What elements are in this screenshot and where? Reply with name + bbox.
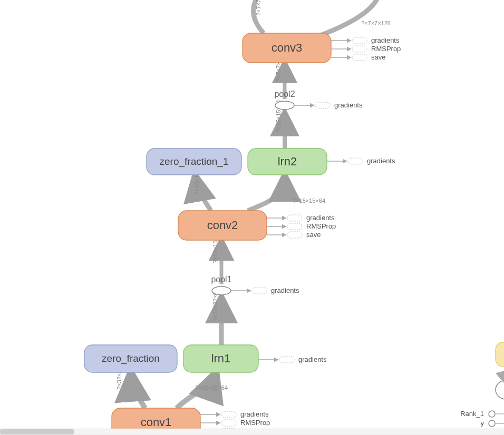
svg-rect-5 (352, 54, 367, 61)
node-pool1[interactable] (212, 286, 231, 295)
aux-y-dot[interactable] (489, 420, 495, 427)
conv1-side-gradients[interactable]: gradients (240, 410, 269, 418)
pool2-side-group: gradients (294, 101, 363, 109)
conv3-side-rmsprop[interactable]: RMSProp (371, 45, 401, 53)
edge-conv3-out-right[interactable] (319, 0, 380, 36)
conv3-side-save[interactable]: save (371, 53, 385, 61)
node-lrn1-label: lrn1 (211, 352, 231, 365)
edge-partial (502, 373, 504, 381)
aux-rank1-dot[interactable] (489, 411, 495, 417)
svg-rect-21 (221, 411, 236, 418)
pool2-side-gradients[interactable]: gradients (334, 101, 363, 109)
node-conv2-label: conv2 (207, 219, 238, 232)
edge-conv2-lrn2[interactable] (248, 175, 285, 211)
svg-rect-13 (287, 223, 302, 230)
edge-dim-conv3-outl: ?×7×7×128 (255, 0, 261, 16)
edge-dim-conv1-lrn1: ?×32×32×64 (195, 384, 228, 391)
svg-rect-19 (279, 357, 294, 363)
scrollbar-horizontal[interactable] (0, 429, 504, 435)
lrn2-side-group: gradients (327, 157, 395, 165)
node-ellipse-partial[interactable] (496, 380, 504, 399)
pool1-side-group: gradients (231, 286, 299, 294)
node-pool1-label: pool1 (211, 275, 231, 284)
svg-rect-11 (287, 215, 302, 221)
svg-rect-7 (315, 102, 330, 108)
node-conv3-label: conv3 (272, 41, 303, 54)
edge-conv1-zero0[interactable] (131, 372, 145, 408)
conv3-side-group: gradients RMSProp save (331, 36, 401, 61)
node-pool2[interactable] (275, 101, 294, 110)
lrn2-side-gradients[interactable]: gradients (367, 157, 395, 165)
pool1-side-gradients[interactable]: gradients (271, 286, 299, 294)
lrn1-side-gradients[interactable]: gradients (298, 355, 327, 363)
svg-rect-3 (352, 46, 367, 52)
node-conv1-label: conv1 (141, 416, 172, 429)
conv2-side-group: gradients RMSProp save (266, 214, 336, 239)
conv1-side-rmsprop[interactable]: RMSProp (240, 419, 270, 427)
node-lrn2-label: lrn2 (278, 155, 297, 168)
lrn1-side-group: gradients (258, 355, 327, 363)
svg-rect-9 (348, 158, 363, 164)
svg-rect-17 (252, 288, 267, 294)
node-zero1-label: zero_fraction_1 (160, 156, 229, 167)
svg-rect-23 (221, 420, 236, 426)
graph-canvas[interactable]: ?×32×32×64 ?×32×32×64 ?×32×32×64 ?×15×15… (0, 0, 504, 435)
conv2-side-rmsprop[interactable]: RMSProp (306, 222, 336, 230)
conv2-side-save[interactable]: save (306, 231, 321, 239)
node-pool2-label: pool2 (274, 90, 295, 98)
conv3-side-gradients[interactable]: gradients (371, 36, 400, 44)
aux-y-label[interactable]: y (481, 419, 484, 427)
node-zero0-label: zero_fraction (102, 353, 160, 364)
svg-rect-1 (352, 37, 367, 44)
scrollbar-thumb[interactable] (0, 429, 74, 434)
node-other-partial[interactable] (496, 342, 504, 367)
conv2-side-gradients[interactable]: gradients (306, 214, 335, 222)
edge-dim-conv2-lrn2: ?×15×15×64 (293, 197, 325, 204)
aux-rank1-label[interactable]: Rank_1 (460, 410, 484, 418)
svg-rect-15 (287, 232, 302, 238)
edge-dim-conv3-outr: ?×7×7×128 (361, 20, 391, 26)
